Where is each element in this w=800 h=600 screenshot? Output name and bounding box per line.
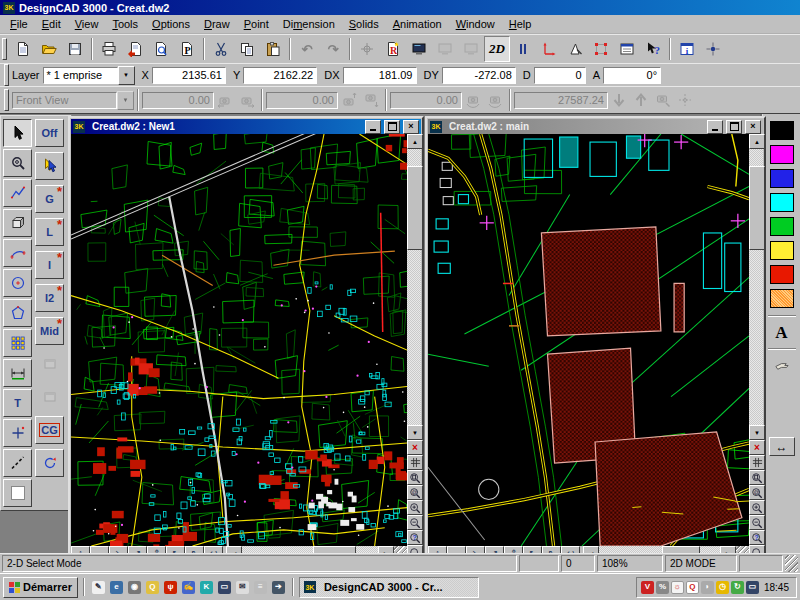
- zoom-in-button[interactable]: [407, 500, 423, 515]
- tray-speaker-icon[interactable]: ◗: [701, 581, 714, 594]
- scroll-down-button[interactable]: ▼: [749, 425, 765, 440]
- save-button[interactable]: [62, 36, 88, 62]
- map-drawing-1[interactable]: [71, 134, 407, 546]
- open-button[interactable]: [36, 36, 62, 62]
- quicklaunch-export-button[interactable]: ➔: [270, 579, 287, 596]
- snap-off-tool-button[interactable]: Off: [35, 119, 64, 147]
- horizontal-scroll-thumb[interactable]: [662, 546, 700, 553]
- hand-pick-button[interactable]: [770, 355, 794, 377]
- coordinate-axes-button[interactable]: [536, 36, 562, 62]
- coord-field-x[interactable]: 2135.61: [152, 67, 226, 84]
- horizontal-scroll-track[interactable]: [599, 546, 720, 553]
- view-up-right-button[interactable]: ↗: [485, 546, 504, 553]
- layer-dropdown-icon[interactable]: ▼: [118, 66, 135, 85]
- close-red-button[interactable]: ×: [407, 440, 423, 455]
- color-swatch-magenta[interactable]: [770, 145, 794, 164]
- circle-tool-button[interactable]: [3, 269, 32, 297]
- snap-line-tool-button[interactable]: L*: [35, 218, 64, 246]
- polygon-tool-button[interactable]: [3, 299, 32, 327]
- text-tool-button[interactable]: T: [3, 389, 32, 417]
- print-setup-button[interactable]: [122, 36, 148, 62]
- menu-file[interactable]: File: [3, 16, 35, 32]
- quicklaunch-compose-button[interactable]: ✍: [180, 579, 197, 596]
- horizontal-scrollbar[interactable]: ◀▶: [226, 546, 394, 553]
- snap-intersect-tool-button[interactable]: I*: [35, 251, 64, 279]
- view-down-right-button[interactable]: ↘: [466, 546, 485, 553]
- vertical-scroll-track[interactable]: [407, 149, 421, 425]
- drawing-canvas[interactable]: [71, 134, 407, 546]
- quicklaunch-draw-app-button[interactable]: K: [198, 579, 215, 596]
- menu-dimension[interactable]: Dimension: [276, 16, 342, 32]
- tray-display-icon[interactable]: ▭: [746, 581, 759, 594]
- color-swatch-black[interactable]: [770, 121, 794, 140]
- quicklaunch-mail-button[interactable]: ✉: [234, 579, 251, 596]
- snap-intersect-2-tool-button[interactable]: I2*: [35, 284, 64, 312]
- screen-view-button[interactable]: [406, 36, 432, 62]
- print-button[interactable]: [96, 36, 122, 62]
- horizontal-scroll-track[interactable]: [242, 546, 378, 553]
- view-iso-button[interactable]: ⇖: [185, 546, 204, 553]
- window-resize-grip[interactable]: [394, 546, 407, 553]
- quicklaunch-search-folder-button[interactable]: Q: [144, 579, 161, 596]
- zoom-tool-button[interactable]: [3, 149, 32, 177]
- color-swatch-red[interactable]: [770, 265, 794, 284]
- menu-help[interactable]: Help: [502, 16, 539, 32]
- select-tool-button[interactable]: [3, 119, 32, 147]
- vertical-scroll-track[interactable]: [749, 149, 763, 425]
- view-up-right-button[interactable]: ↗: [128, 546, 147, 553]
- box-tool-button[interactable]: [3, 209, 32, 237]
- zoom-window-button[interactable]: @: [407, 485, 423, 500]
- coord-field-d[interactable]: 0: [534, 67, 586, 84]
- menu-window[interactable]: Window: [449, 16, 502, 32]
- mdi-titlebar[interactable]: 3KCreat.dw2 : New1×: [71, 119, 421, 134]
- grid-button[interactable]: [749, 455, 765, 470]
- coord-field-a[interactable]: 0°: [603, 67, 661, 84]
- text-color-button[interactable]: A: [770, 322, 794, 344]
- minimize-button[interactable]: [365, 120, 381, 134]
- coord-field-dy[interactable]: -272.08: [442, 67, 516, 84]
- zoom-page-button[interactable]: [407, 470, 423, 485]
- close-red-button[interactable]: ×: [749, 440, 765, 455]
- view-right-button[interactable]: →: [447, 546, 466, 553]
- hatch-tool-button[interactable]: [3, 329, 32, 357]
- start-button[interactable]: Démarrer: [3, 577, 78, 598]
- view-up-left-button[interactable]: ↖: [523, 546, 542, 553]
- window-resize-grip[interactable]: [736, 546, 749, 553]
- quicklaunch-paint-app-button[interactable]: ψ: [162, 579, 179, 596]
- print-preview-button[interactable]: [148, 36, 174, 62]
- view-up-button[interactable]: ↑: [428, 546, 447, 553]
- polyline-tool-button[interactable]: [3, 179, 32, 207]
- map-drawing-2[interactable]: [428, 134, 749, 546]
- menu-options[interactable]: Options: [145, 16, 197, 32]
- grid-button[interactable]: [407, 455, 423, 470]
- toolbar-drag-handle[interactable]: [4, 89, 9, 111]
- view-back-button[interactable]: ↩: [561, 546, 580, 553]
- zoom-out-button[interactable]: [749, 515, 765, 530]
- close-button[interactable]: ×: [403, 120, 419, 134]
- info-box-button[interactable]: i: [674, 36, 700, 62]
- drawing-canvas[interactable]: [428, 134, 749, 546]
- vertical-scrollbar[interactable]: ▲▼×@?: [407, 134, 421, 553]
- point-tool-button[interactable]: [3, 419, 32, 447]
- zoom-out-button[interactable]: [407, 515, 423, 530]
- snap-center-gravity-tool-button[interactable]: CG: [35, 416, 64, 444]
- scroll-up-button[interactable]: ▲: [407, 134, 423, 149]
- snap-pointer-button[interactable]: [562, 36, 588, 62]
- parallel-mode-button[interactable]: [510, 36, 536, 62]
- mdi-titlebar[interactable]: 3KCreat.dw2 : main×: [428, 119, 763, 134]
- view-right-button[interactable]: →: [90, 546, 109, 553]
- new-button[interactable]: [10, 36, 36, 62]
- view-up-button[interactable]: ↑: [71, 546, 90, 553]
- maximize-button[interactable]: [384, 120, 400, 134]
- quicklaunch-notepad-button[interactable]: ✎: [90, 579, 107, 596]
- current-color-tool-button[interactable]: [3, 479, 32, 507]
- snap-gravity-tool-button[interactable]: G*: [35, 185, 64, 213]
- close-button[interactable]: ×: [745, 120, 761, 134]
- color-swatch-cyan[interactable]: [770, 193, 794, 212]
- mdi-window-2[interactable]: 3KCreat.dw2 : main×▲▼×@?↑→↘↗⇑↖⇖↩◀▶: [425, 116, 766, 553]
- menu-view[interactable]: View: [68, 16, 106, 32]
- menu-point[interactable]: Point: [237, 16, 276, 32]
- zoom-help-button[interactable]: ?: [407, 530, 423, 545]
- mdi-window-1[interactable]: 3KCreat.dw2 : New1×▲▼×@?↑→↘↗⇑↖⇖↩◀▶: [68, 116, 424, 553]
- zoom-in-button[interactable]: [749, 500, 765, 515]
